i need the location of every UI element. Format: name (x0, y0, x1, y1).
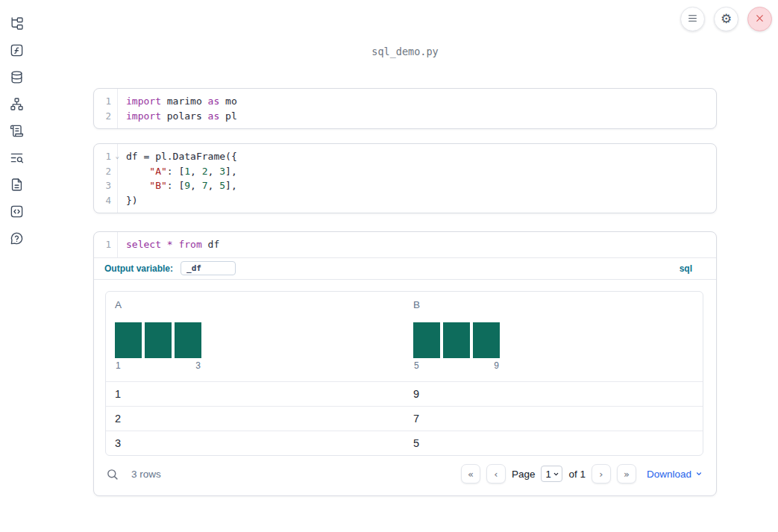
file-text-icon (10, 178, 24, 194)
line-number: 3 (94, 178, 117, 193)
histogram-bar (115, 322, 142, 358)
sidebar-item-dependency-graph[interactable] (8, 97, 25, 113)
dataframe-table: A 13 B 59 192735 (105, 291, 703, 456)
table-row[interactable]: 35 (106, 431, 703, 455)
code-line: import polars as pl (126, 109, 716, 124)
language-badge: sql (680, 263, 692, 274)
page-select[interactable]: 1 (545, 469, 559, 480)
text-search-icon (10, 151, 24, 167)
histogram: 13 (115, 322, 201, 371)
gutter: 12 (94, 89, 118, 128)
table-header: A 13 B 59 (106, 292, 703, 381)
hist-min-label: 1 (116, 360, 121, 371)
hist-min-label: 5 (414, 360, 419, 371)
first-page-button[interactable]: « (461, 464, 480, 484)
histogram-bar (413, 322, 440, 358)
histogram-bar (473, 322, 500, 358)
gear-icon: ⚙ (721, 13, 732, 25)
last-page-button[interactable]: » (617, 464, 636, 484)
code-line: "A": [1, 2, 3], (126, 164, 716, 179)
code-box-icon (10, 204, 24, 221)
code-area: 12import marimo as moimport polars as pl (94, 89, 716, 128)
hist-max-label: 3 (195, 360, 201, 371)
histogram-bar (145, 322, 172, 358)
sidebar-item-file-text[interactable] (8, 178, 25, 194)
line-number: 1 (94, 94, 117, 109)
sql-cell-footer: Output variable: sql (94, 257, 716, 279)
table-cell: 9 (404, 388, 703, 400)
first-page-icon: « (468, 469, 474, 479)
code-line: import marimo as mo (126, 94, 716, 109)
column-name: A (115, 299, 404, 310)
close-icon (755, 13, 765, 25)
function-square-icon (10, 43, 24, 60)
histogram: 59 (413, 322, 500, 371)
gutter: 1⌄234 (94, 144, 118, 213)
sidebar-item-code-box[interactable] (8, 204, 25, 221)
column-name: B (413, 299, 703, 310)
next-page-icon: › (599, 469, 603, 479)
output-variable-input[interactable] (181, 261, 236, 275)
help-bubble-icon (10, 231, 24, 248)
next-page-button[interactable]: › (592, 464, 611, 484)
hist-max-label: 9 (494, 360, 499, 371)
table-cell: 3 (106, 437, 404, 449)
column-header[interactable]: A 13 (106, 292, 404, 381)
page-label: Page (512, 469, 536, 480)
search-icon[interactable] (106, 468, 119, 481)
file-tree-icon (10, 16, 24, 33)
sidebar (0, 0, 33, 532)
sidebar-item-database[interactable] (8, 70, 25, 87)
line-number: 1⌄ (94, 149, 117, 164)
page-select-wrap: 1 (541, 466, 562, 482)
close-button[interactable] (747, 7, 772, 31)
table-cell: 7 (404, 413, 703, 425)
sidebar-item-file-tree[interactable] (8, 16, 25, 33)
prev-page-button[interactable]: ‹ (486, 464, 506, 484)
sidebar-item-scroll[interactable] (8, 124, 25, 140)
line-number: 1 (94, 237, 117, 252)
table-row[interactable]: 19 (106, 381, 703, 406)
cell-output: A 13 B 59 192735 3 rows «‹Page 1 of 1›» (94, 279, 716, 495)
pagination: «‹Page 1 of 1›» (461, 464, 636, 484)
line-number: 2 (94, 109, 117, 124)
histogram-bar (175, 322, 201, 358)
code-line: "B": [9, 7, 5], (126, 178, 716, 193)
dependency-graph-icon (10, 97, 24, 113)
cell-sql: 1select * from df Output variable: sql A… (93, 231, 717, 496)
table-cell: 2 (106, 413, 404, 425)
code-area: 1select * from df (94, 232, 716, 257)
gutter: 1 (94, 232, 118, 257)
chevron-down-icon (695, 470, 703, 478)
table-cell: 1 (106, 388, 404, 400)
code-line: select * from df (126, 237, 716, 252)
fold-chevron-icon[interactable]: ⌄ (116, 149, 119, 164)
code-editor[interactable]: import marimo as moimport polars as pl (118, 89, 716, 128)
notebook: sql_demo.py 12import marimo as moimport … (93, 0, 717, 532)
histogram-bar (443, 322, 470, 358)
output-variable-label: Output variable: (104, 263, 173, 274)
sidebar-item-text-search[interactable] (8, 151, 25, 167)
code-area: 1⌄234df = pl.DataFrame({ "A": [1, 2, 3],… (94, 144, 716, 213)
code-editor[interactable]: df = pl.DataFrame({ "A": [1, 2, 3], "B":… (118, 144, 716, 213)
scroll-icon (10, 124, 24, 140)
download-button[interactable]: Download (647, 469, 703, 480)
last-page-icon: » (624, 469, 630, 479)
table-cell: 5 (404, 437, 703, 449)
line-number: 2 (94, 164, 117, 179)
table-row[interactable]: 27 (106, 406, 703, 431)
cell-dataframe: 1⌄234df = pl.DataFrame({ "A": [1, 2, 3],… (93, 143, 717, 213)
code-editor[interactable]: select * from df (118, 232, 716, 257)
prev-page-icon: ‹ (494, 469, 498, 479)
database-icon (10, 70, 24, 87)
notebook-title[interactable]: sql_demo.py (93, 46, 717, 57)
table-footer: 3 rows «‹Page 1 of 1›» Download (105, 456, 703, 492)
cell-imports: 12import marimo as moimport polars as pl (93, 88, 717, 129)
sidebar-item-help-bubble[interactable] (8, 231, 25, 248)
page-of-label: of 1 (568, 469, 586, 480)
sidebar-item-function-square[interactable] (8, 43, 25, 60)
column-header[interactable]: B 59 (404, 292, 703, 381)
row-count: 3 rows (131, 469, 161, 480)
gear-button[interactable]: ⚙ (714, 7, 738, 31)
code-line: }) (126, 193, 716, 208)
